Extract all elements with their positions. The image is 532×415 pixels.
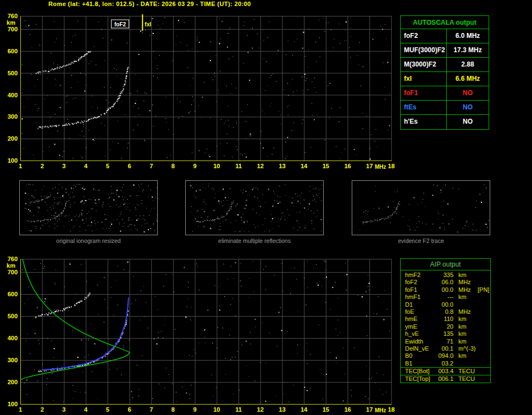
parameter-value: 335: [436, 272, 453, 279]
parameter-name: h'Es: [401, 115, 447, 129]
aip-row-fof2: foF206.0MHz: [401, 279, 490, 286]
svg-text:600: 600: [8, 48, 18, 54]
x-axis-unit-label: MHz: [375, 407, 386, 413]
svg-text:12: 12: [257, 406, 264, 413]
svg-text:3: 3: [62, 406, 65, 413]
svg-text:12: 12: [257, 163, 264, 169]
svg-text:14: 14: [301, 406, 308, 413]
aip-row-tectop: TEC[Top]006.1TECU: [401, 375, 490, 383]
axis-tick-labels: 760700600500400300200100km12345678910111…: [7, 256, 395, 413]
svg-text:7: 7: [149, 406, 153, 413]
main-ionogram-plot: 760700600500400300200100km12345678910111…: [0, 0, 399, 174]
parameter-note: [478, 375, 490, 383]
svg-text:16: 16: [344, 406, 351, 413]
thumbnail-eliminate-reflections: [185, 180, 324, 235]
aip-row-hme: hmE110km: [401, 316, 490, 323]
parameter-value: 094.0: [436, 352, 453, 359]
parameter-name: foF1: [401, 86, 447, 100]
parameter-name: foF2: [401, 29, 447, 43]
svg-text:fxI: fxI: [145, 21, 151, 27]
noise-speckle: [22, 261, 390, 402]
svg-text:7: 7: [149, 163, 153, 169]
parameter-unit: MHz: [453, 308, 478, 316]
parameter-name: ftEs: [401, 101, 447, 114]
parameter-value: NO: [447, 86, 489, 100]
parameter-name: ymE: [401, 323, 436, 330]
parameter-name: fxI: [401, 72, 447, 86]
svg-text:17: 17: [366, 163, 373, 169]
svg-text:760: 760: [8, 256, 18, 262]
svg-text:1: 1: [19, 163, 22, 169]
parameter-unit: km: [453, 338, 478, 345]
parameter-unit: km: [453, 294, 478, 301]
series-multiple-reflection-trace: [36, 51, 90, 74]
parameter-unit: m^(-3): [453, 345, 478, 352]
parameter-note: [478, 294, 490, 301]
parameter-note: [478, 323, 490, 330]
parameter-unit: MHz: [453, 279, 478, 286]
svg-text:200: 200: [8, 135, 18, 142]
autoscala-row-hes: h'EsNO: [401, 115, 489, 129]
aip-tec-rows: TEC[Bot]003.4TECUTEC[Top]006.1TECU: [401, 367, 490, 383]
parameter-unit: [453, 301, 478, 308]
parameter-name: hmE: [401, 316, 436, 323]
grid-lines: [20, 16, 391, 161]
parameter-value: 20: [436, 323, 453, 330]
autoscala-row-m3000f2: M(3000)F22.88: [401, 58, 489, 72]
svg-text:5: 5: [106, 406, 109, 413]
grid-lines: [20, 259, 391, 405]
y-axis-unit-label: km: [7, 19, 15, 26]
svg-text:700: 700: [8, 269, 18, 275]
svg-text:9: 9: [193, 406, 197, 413]
parameter-name: TEC[Top]: [401, 375, 436, 383]
svg-text:15: 15: [323, 406, 329, 413]
svg-text:4: 4: [84, 406, 88, 413]
thumbnail-evidence-f2: [352, 180, 490, 235]
aip-table-title: AIP output: [401, 259, 490, 270]
autoscala-table-rows: foF26.0 MHzMUF(3000)F217.3 MHzM(3000)F22…: [401, 29, 489, 129]
parameter-unit: TECU: [453, 368, 478, 375]
thumbnail-evidence-svg: [352, 181, 490, 235]
svg-text:760: 760: [8, 13, 18, 19]
svg-text:3: 3: [62, 163, 65, 169]
parameter-note: [478, 272, 490, 279]
svg-text:5: 5: [106, 163, 109, 169]
parameter-value: 110: [436, 316, 453, 323]
svg-text:4: 4: [84, 163, 88, 169]
svg-text:300: 300: [8, 357, 18, 363]
svg-text:8: 8: [171, 406, 175, 413]
autoscala-row-ftes: ftEsNO: [401, 101, 489, 115]
axis-tick-labels: 760700600500400300200100km12345678910111…: [7, 13, 395, 170]
svg-text:11: 11: [235, 406, 242, 413]
thumbnail-caption-evidence: evidence F2 trace: [352, 237, 490, 244]
svg-text:foF2: foF2: [114, 21, 126, 27]
autoscala-row-fof2: foF26.0 MHz: [401, 29, 489, 43]
parameter-note: [PN]: [478, 286, 490, 294]
svg-text:18: 18: [388, 406, 395, 413]
parameter-unit: km: [453, 323, 478, 330]
parameter-note: [478, 330, 490, 337]
parameter-note: [478, 352, 490, 359]
aip-row-hmf2: hmF2335km: [401, 272, 490, 279]
aip-row-tecbot: TEC[Bot]003.4TECU: [401, 367, 490, 375]
parameter-value: 06.0: [436, 279, 453, 286]
parameter-value: 71: [436, 338, 453, 345]
svg-text:17: 17: [366, 406, 373, 413]
noise-speckle: [359, 184, 490, 233]
thumbnail-caption-eliminate: eliminate multiple reflections: [185, 237, 324, 244]
parameter-value: 03.2: [436, 360, 453, 367]
aip-table-rows: hmF2335kmfoF206.0MHzfoF100.0MHz[PN]hmF1-…: [401, 270, 490, 367]
parameter-name: foE: [401, 308, 436, 316]
parameter-value: 0.8: [436, 308, 453, 316]
aip-row-b0: B0094.0km: [401, 352, 490, 359]
parameter-unit: [453, 360, 478, 367]
aip-row-d1: D100.0: [401, 301, 490, 308]
parameter-note: [478, 308, 490, 316]
svg-text:2: 2: [41, 163, 44, 169]
aip-row-foe: foE0.8MHz: [401, 308, 490, 316]
svg-text:9: 9: [193, 163, 197, 169]
thumbnail-caption-original: original ionogram resized: [19, 237, 158, 244]
svg-text:11: 11: [235, 163, 242, 169]
parameter-note: [478, 345, 490, 352]
parameter-value: ---: [436, 294, 453, 301]
